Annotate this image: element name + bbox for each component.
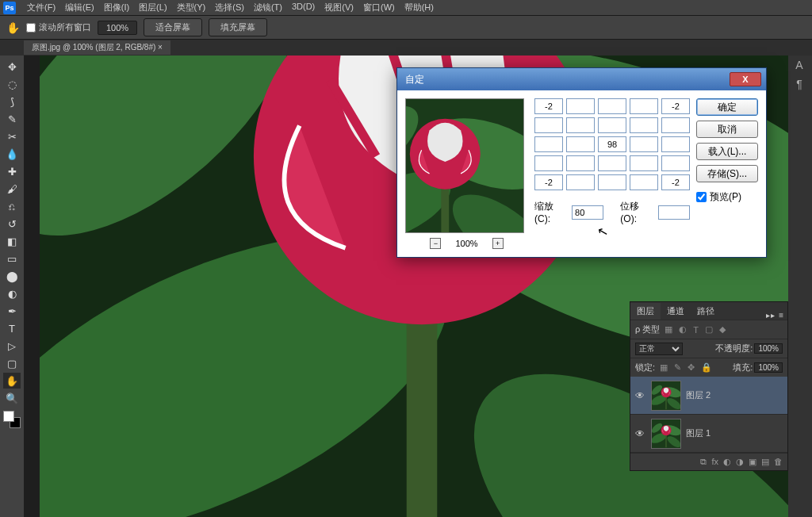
matrix-cell-3-3[interactable] bbox=[630, 155, 658, 171]
matrix-cell-0-2[interactable] bbox=[598, 98, 626, 114]
preview-checkbox[interactable]: 预览(P) bbox=[696, 190, 758, 204]
matrix-cell-4-1[interactable] bbox=[566, 174, 595, 190]
matrix-cell-2-2[interactable] bbox=[598, 136, 626, 152]
matrix-cell-1-0[interactable] bbox=[534, 117, 563, 133]
matrix-cell-4-3[interactable] bbox=[630, 174, 658, 190]
zoom-percent[interactable]: 100% bbox=[98, 21, 137, 35]
filter-shape-icon[interactable]: ▢ bbox=[703, 324, 714, 335]
matrix-cell-4-0[interactable] bbox=[534, 174, 563, 190]
visibility-toggle[interactable]: 👁 bbox=[635, 390, 646, 401]
matrix-cell-0-3[interactable] bbox=[630, 98, 658, 114]
layer-item[interactable]: 👁图层 1 bbox=[630, 415, 787, 453]
crop-tool[interactable]: ✂ bbox=[3, 128, 21, 144]
filter-type-icon[interactable]: T bbox=[691, 325, 700, 335]
matrix-cell-0-0[interactable] bbox=[534, 98, 563, 114]
panel-tab[interactable]: 图层 bbox=[630, 303, 661, 320]
scale-input[interactable] bbox=[572, 205, 603, 220]
close-button[interactable]: X bbox=[730, 72, 761, 86]
menu-item[interactable]: 文件(F) bbox=[22, 0, 60, 15]
filter-smart-icon[interactable]: ◆ bbox=[718, 324, 727, 335]
paragraph-panel-icon[interactable]: ¶ bbox=[788, 75, 810, 94]
blend-mode-select[interactable]: 正常 bbox=[635, 343, 683, 355]
menu-item[interactable]: 类型(Y) bbox=[172, 0, 211, 15]
matrix-cell-3-0[interactable] bbox=[534, 155, 563, 171]
move-tool[interactable]: ✥ bbox=[3, 59, 21, 75]
matrix-cell-2-0[interactable] bbox=[534, 136, 563, 152]
link-layers-icon[interactable]: ⧉ bbox=[700, 457, 707, 467]
matrix-cell-0-4[interactable] bbox=[661, 98, 690, 114]
matrix-cell-4-2[interactable] bbox=[598, 174, 626, 190]
hand-tool[interactable]: ✋ bbox=[3, 373, 21, 389]
matrix-cell-2-4[interactable] bbox=[661, 136, 690, 152]
foreground-color-swatch[interactable] bbox=[3, 411, 14, 422]
menu-item[interactable]: 选择(S) bbox=[210, 0, 249, 15]
scroll-all-checkbox[interactable]: 滚动所有窗口 bbox=[26, 21, 91, 33]
filter-preview[interactable] bbox=[405, 98, 524, 233]
zoom-out-button[interactable]: − bbox=[430, 238, 441, 249]
menu-item[interactable]: 视图(V) bbox=[320, 0, 358, 15]
matrix-cell-4-4[interactable] bbox=[661, 174, 690, 190]
save-button[interactable]: 存储(S)... bbox=[696, 165, 758, 182]
fit-screen-button[interactable]: 适合屏幕 bbox=[144, 18, 202, 36]
stamp-tool[interactable]: ⎌ bbox=[3, 198, 21, 214]
healing-tool[interactable]: ✚ bbox=[3, 163, 21, 179]
matrix-cell-3-4[interactable] bbox=[661, 155, 690, 171]
ok-button[interactable]: 确定 bbox=[696, 98, 758, 116]
menu-item[interactable]: 3D(D) bbox=[287, 0, 320, 15]
path-select-tool[interactable]: ▷ bbox=[3, 338, 21, 354]
color-swatches[interactable] bbox=[3, 411, 21, 428]
dodge-tool[interactable]: ◐ bbox=[3, 285, 21, 301]
matrix-cell-3-2[interactable] bbox=[598, 155, 626, 171]
cancel-button[interactable]: 取消 bbox=[696, 121, 758, 138]
quick-select-tool[interactable]: ✎ bbox=[3, 111, 21, 127]
layer-group-icon[interactable]: ▣ bbox=[749, 457, 756, 467]
blur-tool[interactable]: ⬤ bbox=[3, 268, 21, 284]
layer-item[interactable]: 👁图层 2 bbox=[630, 377, 787, 415]
matrix-cell-1-2[interactable] bbox=[598, 117, 626, 133]
matrix-cell-3-1[interactable] bbox=[566, 155, 595, 171]
delete-layer-icon[interactable]: 🗑 bbox=[774, 457, 783, 467]
eyedropper-tool[interactable]: 💧 bbox=[3, 146, 21, 162]
visibility-toggle[interactable]: 👁 bbox=[635, 428, 646, 439]
dialog-titlebar[interactable]: 自定 X bbox=[397, 68, 766, 90]
menu-item[interactable]: 滤镜(T) bbox=[249, 0, 287, 15]
adjustment-layer-icon[interactable]: ◑ bbox=[736, 457, 744, 467]
character-panel-icon[interactable]: A bbox=[788, 56, 810, 75]
matrix-cell-1-4[interactable] bbox=[661, 117, 690, 133]
matrix-cell-1-3[interactable] bbox=[630, 117, 658, 133]
marquee-tool[interactable]: ◌ bbox=[3, 76, 21, 92]
layer-fx-icon[interactable]: fx bbox=[711, 457, 718, 467]
fill-value[interactable]: 100% bbox=[754, 362, 783, 373]
layer-thumbnail[interactable] bbox=[651, 419, 681, 449]
history-brush-tool[interactable]: ↺ bbox=[3, 216, 21, 232]
panel-tab[interactable]: 通道 bbox=[661, 303, 691, 320]
matrix-cell-0-1[interactable] bbox=[566, 98, 595, 114]
lock-position-icon[interactable]: ✥ bbox=[686, 362, 696, 373]
menu-item[interactable]: 编辑(E) bbox=[60, 0, 99, 15]
pen-tool[interactable]: ✒ bbox=[3, 303, 21, 319]
lock-pixels-icon[interactable]: ▦ bbox=[658, 362, 669, 373]
brush-tool[interactable]: 🖌 bbox=[3, 181, 21, 197]
zoom-tool[interactable]: 🔍 bbox=[3, 390, 21, 406]
lock-all-icon[interactable]: 🔒 bbox=[699, 362, 714, 373]
filter-adjust-icon[interactable]: ◐ bbox=[677, 324, 688, 335]
new-layer-icon[interactable]: ▤ bbox=[761, 457, 769, 467]
eraser-tool[interactable]: ◧ bbox=[3, 233, 21, 249]
type-tool[interactable]: T bbox=[3, 320, 21, 336]
panel-menu-icon[interactable]: ▸▸ ≡ bbox=[763, 311, 787, 320]
lock-brush-icon[interactable]: ✎ bbox=[672, 362, 683, 373]
gradient-tool[interactable]: ▭ bbox=[3, 251, 21, 266]
lasso-tool[interactable]: ⟆ bbox=[3, 94, 21, 109]
matrix-cell-2-1[interactable] bbox=[566, 136, 595, 152]
panel-tab[interactable]: 路径 bbox=[691, 303, 721, 320]
document-tab[interactable]: 原图.jpg @ 100% (图层 2, RGB/8#) × bbox=[24, 40, 170, 55]
load-button[interactable]: 载入(L)... bbox=[696, 143, 758, 160]
matrix-cell-2-3[interactable] bbox=[630, 136, 658, 152]
matrix-cell-1-1[interactable] bbox=[566, 117, 595, 133]
layer-thumbnail[interactable] bbox=[651, 381, 681, 411]
zoom-in-button[interactable]: + bbox=[492, 238, 504, 249]
menu-item[interactable]: 窗口(W) bbox=[358, 0, 400, 15]
layer-mask-icon[interactable]: ◐ bbox=[723, 457, 731, 467]
shape-tool[interactable]: ▢ bbox=[3, 355, 21, 371]
menu-item[interactable]: 图层(L) bbox=[134, 0, 171, 15]
